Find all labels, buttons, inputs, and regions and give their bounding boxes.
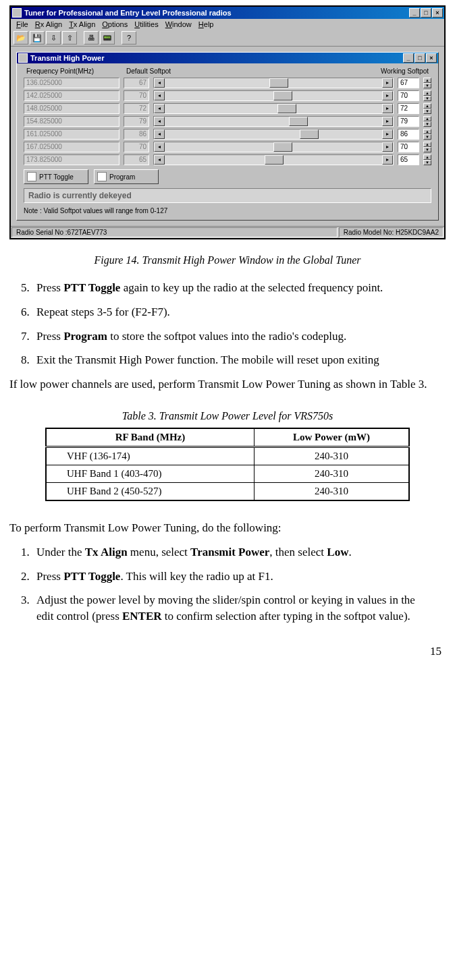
slider-thumb[interactable] [300, 129, 319, 139]
working-softpot-field[interactable]: 67 [398, 78, 419, 88]
softpot-slider[interactable]: ◂▸ [153, 103, 394, 114]
spin-up-icon[interactable]: ▲ [423, 154, 431, 160]
slider-thumb[interactable] [265, 155, 284, 165]
menu-utilities[interactable]: Utilities [134, 20, 158, 28]
menu-tx-align[interactable]: Tx Align [69, 20, 95, 28]
working-softpot-field[interactable]: 70 [398, 142, 419, 152]
working-softpot-field[interactable]: 65 [398, 154, 419, 165]
softpot-slider[interactable]: ◂▸ [153, 116, 394, 127]
menu-file[interactable]: File [16, 20, 28, 28]
softpot-slider[interactable]: ◂▸ [153, 90, 394, 101]
slider-right-icon[interactable]: ▸ [382, 91, 393, 100]
spin-down-icon[interactable]: ▼ [423, 96, 431, 101]
spin-up-icon[interactable]: ▲ [423, 116, 431, 121]
page-number: 15 [9, 645, 446, 658]
working-softpot-field[interactable]: 79 [398, 116, 419, 127]
slider-thumb[interactable] [289, 117, 308, 126]
softpot-spinner[interactable]: ▲▼ [423, 116, 431, 127]
tool-print-icon[interactable]: 🖶 [84, 31, 99, 45]
softpot-spinner[interactable]: ▲▼ [423, 90, 431, 101]
slider-left-icon[interactable]: ◂ [154, 78, 165, 88]
instruction-list-a: Press PTT Toggle again to key up the rad… [14, 280, 429, 368]
tool-help-icon[interactable]: ? [122, 31, 136, 45]
spin-up-icon[interactable]: ▲ [423, 78, 431, 83]
spin-down-icon[interactable]: ▼ [423, 160, 431, 165]
slider-thumb[interactable] [277, 104, 296, 113]
softpot-spinner[interactable]: ▲▼ [423, 78, 431, 88]
softpot-slider[interactable]: ◂▸ [153, 129, 394, 140]
spin-up-icon[interactable]: ▲ [423, 142, 431, 147]
menu-window[interactable]: Window [165, 20, 192, 28]
program-button[interactable]: Program [94, 169, 159, 184]
tool-read-icon[interactable]: ⇩ [46, 31, 61, 45]
softpot-spinner[interactable]: ▲▼ [423, 129, 431, 140]
spin-down-icon[interactable]: ▼ [423, 121, 431, 127]
inner-close-button[interactable]: × [426, 53, 437, 63]
spin-up-icon[interactable]: ▲ [423, 103, 431, 109]
softpot-spinner[interactable]: ▲▼ [423, 154, 431, 165]
frequency-field: 154.825000 [24, 116, 119, 127]
default-softpot-field: 70 [124, 90, 149, 101]
softpot-row: 142.02500070◂▸70▲▼ [24, 90, 431, 101]
slider-left-icon[interactable]: ◂ [154, 129, 165, 139]
softpot-spinner[interactable]: ▲▼ [423, 103, 431, 114]
cell-band: VHF (136-174) [46, 446, 254, 465]
paragraph-low-power: If low power channels are used, perform … [9, 376, 446, 393]
inner-window-title: Transmit High Power [30, 54, 403, 62]
toolbar: 📂 💾 ⇩ ⇧ 🖶 📟 ? [11, 30, 444, 47]
inner-titlebar[interactable]: Transmit High Power _ □ × [17, 53, 438, 63]
menu-options[interactable]: Options [102, 20, 128, 28]
slider-left-icon[interactable]: ◂ [154, 91, 165, 100]
default-softpot-field: 79 [124, 116, 149, 127]
slider-left-icon[interactable]: ◂ [154, 104, 165, 113]
instruction-step: Repeat steps 3-5 for (F2-F7). [32, 304, 429, 320]
spin-down-icon[interactable]: ▼ [423, 83, 431, 88]
tool-device-icon[interactable]: 📟 [100, 31, 115, 45]
header-working-softpot: Working Softpot [368, 67, 429, 75]
slider-left-icon[interactable]: ◂ [154, 117, 165, 126]
slider-right-icon[interactable]: ▸ [382, 129, 393, 139]
softpot-spinner[interactable]: ▲▼ [423, 142, 431, 152]
maximize-button[interactable]: □ [421, 8, 431, 18]
working-softpot-field[interactable]: 86 [398, 129, 419, 140]
ptt-toggle-button[interactable]: PTT Toggle [24, 169, 88, 184]
working-softpot-field[interactable]: 70 [398, 90, 419, 101]
tool-save-icon[interactable]: 💾 [30, 31, 45, 45]
slider-thumb[interactable] [269, 78, 288, 88]
minimize-button[interactable]: _ [409, 8, 420, 18]
slider-right-icon[interactable]: ▸ [382, 142, 393, 152]
slider-right-icon[interactable]: ▸ [382, 104, 393, 113]
status-model: Radio Model No: H25KDC9AA2 [339, 227, 444, 237]
spin-down-icon[interactable]: ▼ [423, 109, 431, 114]
tool-write-icon[interactable]: ⇧ [62, 31, 77, 45]
slider-thumb[interactable] [273, 142, 292, 152]
tool-open-icon[interactable]: 📂 [14, 31, 28, 45]
app-title: Tuner for Professional and Entry Level P… [24, 9, 409, 17]
softpot-slider[interactable]: ◂▸ [153, 78, 394, 88]
slider-right-icon[interactable]: ▸ [382, 155, 393, 165]
softpot-slider[interactable]: ◂▸ [153, 142, 394, 152]
app-titlebar[interactable]: Tuner for Professional and Entry Level P… [11, 7, 444, 19]
slider-thumb[interactable] [273, 91, 292, 100]
spin-up-icon[interactable]: ▲ [423, 129, 431, 134]
slider-right-icon[interactable]: ▸ [382, 117, 393, 126]
menu-rx-align[interactable]: Rx Align [35, 20, 62, 28]
slider-left-icon[interactable]: ◂ [154, 142, 165, 152]
inner-minimize-button[interactable]: _ [403, 53, 414, 63]
inner-maximize-button[interactable]: □ [414, 53, 425, 63]
default-softpot-field: 70 [124, 142, 149, 152]
softpot-slider[interactable]: ◂▸ [153, 154, 394, 165]
frequency-field: 167.025000 [24, 142, 119, 152]
inner-window: Transmit High Power _ □ × Frequency Poin… [16, 52, 439, 221]
working-softpot-field[interactable]: 72 [398, 103, 419, 114]
app-window: Tuner for Professional and Entry Level P… [9, 5, 446, 239]
close-button[interactable]: × [432, 8, 443, 18]
slider-left-icon[interactable]: ◂ [154, 155, 165, 165]
spin-up-icon[interactable]: ▲ [423, 90, 431, 96]
spin-down-icon[interactable]: ▼ [423, 147, 431, 152]
table-row: VHF (136-174)240-310 [46, 446, 409, 465]
slider-right-icon[interactable]: ▸ [382, 78, 393, 88]
spin-down-icon[interactable]: ▼ [423, 134, 431, 140]
instruction-step: Press PTT Toggle. This will key the radi… [32, 569, 429, 585]
menu-help[interactable]: Help [198, 20, 214, 28]
